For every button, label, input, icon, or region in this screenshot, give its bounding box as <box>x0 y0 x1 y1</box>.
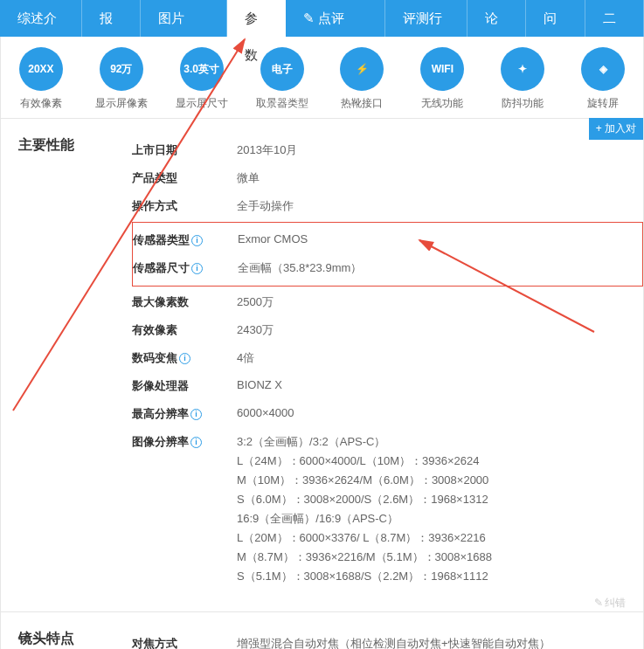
spec-label: 操作方式 <box>132 198 237 214</box>
feature-label: 防抖功能 <box>482 96 563 111</box>
spec-row: 产品类型微单 <box>132 164 643 192</box>
feature-icon: ✦ <box>501 47 544 91</box>
spec-row: 有效像素2430万 <box>132 316 643 344</box>
spec-row: 图像分辨率i3:2（全画幅）/3:2（APS-C）L（24M）：6000×400… <box>132 428 643 594</box>
highlight-box: 传感器类型iExmor CMOS传感器尺寸i全画幅（35.8*23.9mm） <box>132 222 643 287</box>
tab-6[interactable]: 论坛 <box>467 0 526 37</box>
feature-icon: 92万 <box>100 47 143 91</box>
info-icon[interactable]: i <box>190 409 202 420</box>
spec-value: BIONZ X <box>237 378 643 394</box>
spec-value: 6000×4000 <box>237 406 643 422</box>
spec-row: 对焦方式增强型混合自动对焦（相位检测自动对焦+快速智能自动对焦）单次AF，连续A… <box>132 630 643 649</box>
info-icon[interactable]: i <box>190 437 202 448</box>
spec-label: 最高分辨率i <box>132 406 237 422</box>
spec-row: 操作方式全手动操作 <box>132 192 643 220</box>
spec-value: 2430万 <box>237 322 643 338</box>
tab-5[interactable]: 评测行情 <box>385 0 467 37</box>
spec-row: 最高分辨率i6000×4000 <box>132 400 643 428</box>
spec-label: 上市日期 <box>132 142 237 158</box>
feature-label: 取景器类型 <box>242 96 322 111</box>
feature-label: 无线功能 <box>402 96 482 111</box>
tab-8[interactable]: 二手 <box>585 0 644 37</box>
feature-item-5[interactable]: WIFI无线功能 <box>402 47 482 111</box>
tab-7[interactable]: 问答 <box>526 0 585 37</box>
spec-label: 产品类型 <box>132 170 237 186</box>
feature-item-2[interactable]: 3.0英寸显示屏尺寸 <box>162 47 242 111</box>
spec-label: 影像处理器 <box>132 378 237 394</box>
spec-value: 微单 <box>237 170 643 186</box>
feature-icon: 电子 <box>260 47 304 91</box>
spec-label: 对焦方式 <box>132 636 237 649</box>
spec-label: 最大像素数 <box>132 294 237 310</box>
section-title: 镜头特点 <box>1 630 132 649</box>
spec-value: 2500万 <box>237 294 643 310</box>
section: 主要性能上市日期2013年10月产品类型微单操作方式全手动操作传感器类型iExm… <box>1 118 643 611</box>
spec-row: 传感器类型iExmor CMOS <box>133 226 642 254</box>
feature-icon: ◈ <box>581 47 625 91</box>
spec-label: 数码变焦i <box>132 350 237 366</box>
section: 镜头特点对焦方式增强型混合自动对焦（相位检测自动对焦+快速智能自动对焦）单次AF… <box>1 611 643 649</box>
tab-1[interactable]: 报价 <box>82 0 141 37</box>
info-icon[interactable]: i <box>191 235 203 246</box>
section-title: 主要性能 <box>1 136 132 594</box>
edit-hint[interactable]: 纠错 <box>594 596 626 611</box>
spec-row: 上市日期2013年10月 <box>132 136 643 164</box>
info-icon[interactable]: i <box>191 263 203 274</box>
spec-value: 全画幅（35.8*23.9mm） <box>238 260 642 276</box>
feature-item-7[interactable]: ◈旋转屏 <box>563 47 643 111</box>
feature-item-0[interactable]: 20XX有效像素 <box>1 47 81 111</box>
feature-label: 有效像素 <box>1 96 81 111</box>
content: + 加入对 主要性能上市日期2013年10月产品类型微单操作方式全手动操作传感器… <box>0 118 644 649</box>
feature-icon: 3.0英寸 <box>180 47 224 91</box>
tab-2[interactable]: 图片(503) <box>141 0 226 37</box>
feature-item-6[interactable]: ✦防抖功能 <box>482 47 563 111</box>
spec-value: 增强型混合自动对焦（相位检测自动对焦+快速智能自动对焦）单次AF，连续AF，DM… <box>237 636 643 649</box>
feature-row: 20XX有效像素92万显示屏像素3.0英寸显示屏尺寸电子取景器类型⚡热靴接口WI… <box>0 37 644 118</box>
feature-item-4[interactable]: ⚡热靴接口 <box>322 47 403 111</box>
spec-value: 全手动操作 <box>237 198 643 214</box>
spec-label: 传感器尺寸i <box>133 260 238 276</box>
info-icon[interactable]: i <box>179 353 190 364</box>
add-compare-button[interactable]: + 加入对 <box>589 118 643 140</box>
spec-row: 影像处理器BIONZ X <box>132 372 643 400</box>
feature-label: 显示屏像素 <box>81 96 162 111</box>
spec-row: 传感器尺寸i全画幅（35.8*23.9mm） <box>133 254 642 282</box>
spec-table: 上市日期2013年10月产品类型微单操作方式全手动操作传感器类型iExmor C… <box>132 136 643 594</box>
spec-value: 4倍 <box>237 350 643 366</box>
feature-label: 热靴接口 <box>322 96 403 111</box>
spec-table: 对焦方式增强型混合自动对焦（相位检测自动对焦+快速智能自动对焦）单次AF，连续A… <box>132 630 643 649</box>
tab-3[interactable]: 参数 <box>227 0 286 37</box>
feature-item-3[interactable]: 电子取景器类型 <box>242 47 322 111</box>
feature-label: 旋转屏 <box>563 96 643 111</box>
spec-value: 3:2（全画幅）/3:2（APS-C）L（24M）：6000×4000/L（10… <box>237 434 643 588</box>
spec-label: 传感器类型i <box>133 232 238 248</box>
spec-value: 2013年10月 <box>237 142 643 158</box>
tab-0[interactable]: 综述介绍 <box>0 0 82 37</box>
spec-label: 图像分辨率i <box>132 434 237 588</box>
feature-icon: WIFI <box>420 47 464 91</box>
feature-label: 显示屏尺寸 <box>162 96 242 111</box>
main-tabs: 综述介绍报价图片(503)参数✎ 点评(164)评测行情论坛问答二手 <box>0 0 644 37</box>
tab-4[interactable]: ✎ 点评(164) <box>286 0 385 37</box>
spec-row: 数码变焦i4倍 <box>132 344 643 372</box>
feature-icon: ⚡ <box>340 47 384 91</box>
feature-icon: 20XX <box>19 47 63 91</box>
spec-row: 最大像素数2500万 <box>132 288 643 316</box>
spec-value: Exmor CMOS <box>238 232 642 248</box>
spec-label: 有效像素 <box>132 322 237 338</box>
feature-item-1[interactable]: 92万显示屏像素 <box>81 47 162 111</box>
